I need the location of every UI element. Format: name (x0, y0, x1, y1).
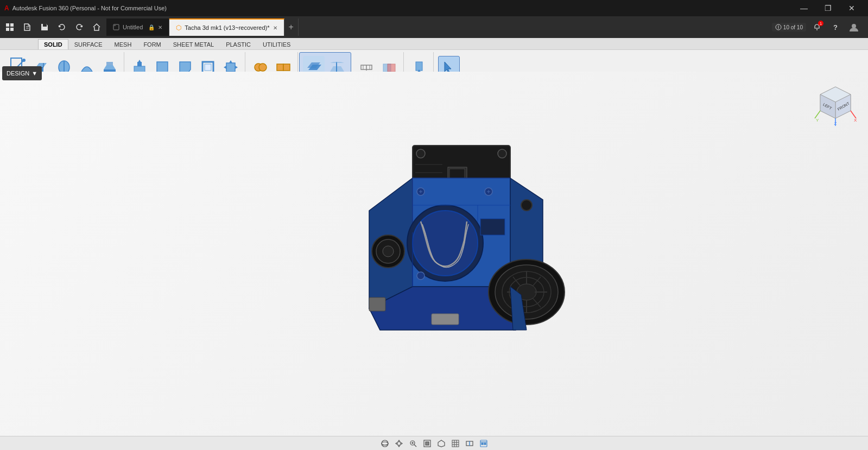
svg-rect-31 (277, 64, 283, 71)
help-button[interactable]: ? (828, 20, 843, 35)
ribbon-tab-form[interactable]: FORM (137, 39, 167, 49)
fit-to-view-icon[interactable] (421, 438, 433, 449)
profile-button[interactable] (846, 20, 861, 35)
svg-line-93 (815, 111, 820, 118)
ribbon-tab-utilities[interactable]: UTILITIES (257, 39, 296, 49)
tab-untitled-close[interactable]: ✕ (158, 24, 162, 30)
bottom-toolbar (0, 436, 868, 450)
notifications-button[interactable]: 1 (809, 20, 825, 35)
svg-rect-120 (484, 443, 486, 445)
svg-rect-24 (226, 63, 235, 72)
svg-rect-108 (426, 442, 429, 445)
grid-icon[interactable] (449, 438, 461, 449)
pan-icon[interactable] (393, 438, 405, 449)
svg-rect-0 (6, 23, 9, 27)
svg-point-62 (417, 272, 425, 280)
ribbon-tab-sheet-metal[interactable]: SHEET METAL (167, 39, 220, 49)
svg-text:Y: Y (816, 118, 819, 123)
svg-point-98 (382, 442, 388, 445)
svg-rect-1 (10, 23, 14, 27)
svg-point-97 (382, 440, 388, 447)
svg-point-47 (416, 149, 425, 158)
svg-rect-42 (388, 64, 395, 72)
svg-text:Z: Z (834, 121, 837, 126)
model-area[interactable]: FRONT LEFT Z Y X (0, 72, 868, 436)
ribbon-tab-plastic[interactable]: PLASTIC (220, 39, 257, 49)
app-title: Autodesk Fusion 360 (Personal - Not for … (12, 5, 167, 11)
new-file-button[interactable] (20, 20, 35, 35)
svg-line-95 (851, 111, 856, 118)
svg-rect-43 (416, 62, 422, 71)
svg-line-104 (414, 445, 416, 447)
svg-marker-25 (229, 60, 232, 63)
orbit-icon[interactable] (379, 438, 391, 449)
notification-badge: 1 (818, 21, 823, 26)
svg-rect-114 (452, 440, 459, 447)
svg-rect-119 (481, 443, 483, 445)
svg-point-30 (259, 64, 267, 71)
svg-rect-23 (205, 64, 211, 71)
top-toolbar: Untitled 🔒 ✕ ⬡ Tacha 3d mk1 (v13~recover… (0, 16, 868, 38)
svg-marker-27 (224, 66, 226, 69)
svg-rect-2 (6, 28, 9, 31)
tabs-row: Untitled 🔒 ✕ ⬡ Tacha 3d mk1 (v13~recover… (106, 18, 770, 36)
svg-rect-66 (432, 314, 459, 325)
tab-untitled[interactable]: Untitled 🔒 ✕ (106, 18, 169, 36)
ribbon-tab-surface[interactable]: SURFACE (68, 39, 109, 49)
main-viewport[interactable]: FRONT LEFT Z Y X (0, 72, 868, 436)
maximize-button[interactable]: ❐ (816, 0, 840, 16)
svg-point-9 (852, 24, 856, 28)
design-label: DESIGN (7, 70, 29, 77)
svg-point-59 (383, 246, 394, 257)
svg-rect-52 (449, 169, 465, 179)
svg-rect-32 (283, 64, 290, 71)
tab-tacha-label: Tacha 3d mk1 (v13~recovered)* (185, 24, 269, 31)
zoom-icon[interactable] (407, 438, 419, 449)
svg-point-48 (498, 149, 506, 158)
page-indicator: 10 of 10 (783, 24, 803, 30)
title-bar: A Autodesk Fusion 360 (Personal - Not fo… (0, 0, 868, 16)
ribbon-tab-mesh[interactable]: MESH (109, 39, 138, 49)
ribbon-tabs: SOLID SURFACE MESH FORM SHEET METAL PLAS… (0, 38, 868, 50)
ribbon-tab-solid[interactable]: SOLID (38, 39, 68, 49)
design-dropdown-arrow: ▼ (31, 70, 37, 77)
svg-marker-100 (398, 445, 400, 447)
svg-text:X: X (854, 118, 857, 123)
svg-rect-84 (369, 297, 385, 311)
svg-rect-17 (106, 62, 113, 65)
tab-tacha-close[interactable]: ✕ (273, 25, 277, 31)
tab-untitled-lock: 🔒 (148, 24, 155, 30)
minimize-button[interactable]: — (792, 0, 816, 16)
close-button[interactable]: ✕ (840, 0, 864, 16)
svg-marker-28 (235, 66, 238, 69)
svg-point-13 (22, 59, 26, 62)
apps-grid-button[interactable] (2, 20, 17, 35)
svg-rect-83 (480, 219, 505, 235)
svg-point-64 (521, 200, 532, 211)
svg-marker-109 (438, 440, 445, 447)
browser-icon[interactable] (478, 438, 490, 449)
svg-marker-101 (396, 442, 397, 445)
svg-marker-99 (398, 440, 400, 442)
redo-button[interactable] (72, 20, 87, 35)
section-analysis-icon[interactable] (464, 438, 476, 449)
undo-button[interactable] (54, 20, 69, 35)
add-tab-button[interactable]: + (284, 18, 299, 36)
display-mode-icon[interactable] (435, 438, 447, 449)
tab-tacha[interactable]: ⬡ Tacha 3d mk1 (v13~recovered)* ✕ (169, 18, 284, 36)
app-logo: A (4, 4, 9, 12)
home-button[interactable] (89, 20, 104, 35)
svg-rect-3 (10, 28, 14, 31)
svg-marker-102 (401, 442, 402, 445)
save-button[interactable] (37, 20, 52, 35)
navigation-cube[interactable]: FRONT LEFT Z Y X (814, 83, 857, 126)
design-dropdown[interactable]: DESIGN ▼ (2, 66, 42, 80)
tab-untitled-label: Untitled (123, 24, 143, 30)
svg-marker-20 (138, 60, 141, 62)
